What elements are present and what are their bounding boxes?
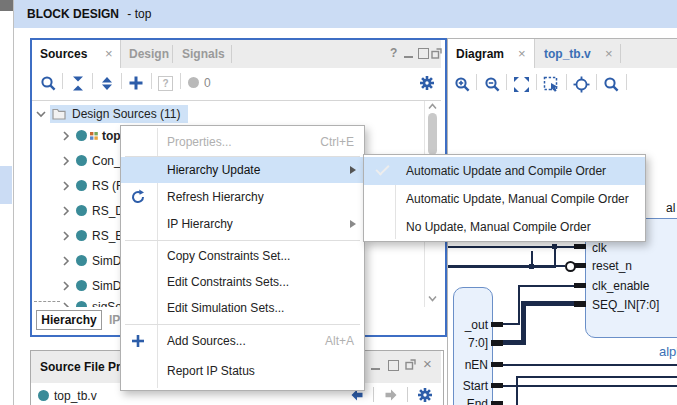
menu-item-label: Refresh Hierarchy — [167, 190, 264, 204]
menu-item-add-sources[interactable]: Add Sources... Alt+A — [121, 328, 364, 354]
tab-top-tb-close-icon[interactable]: × — [605, 47, 613, 60]
chevron-right-icon[interactable] — [62, 231, 70, 241]
left-strip-handle[interactable] — [0, 0, 13, 11]
menu-item-refresh-hierarchy[interactable]: Refresh Hierarchy — [121, 184, 364, 210]
tab-diagram[interactable]: Diagram × — [448, 39, 535, 68]
tree-row-design-sources[interactable]: Design Sources (11) — [32, 105, 441, 123]
menu-item-label: IP Hierarchy — [167, 217, 233, 231]
port-stub — [491, 340, 503, 346]
zoom-selection-icon[interactable] — [543, 76, 560, 93]
tab-signals[interactable]: Signals — [182, 47, 225, 61]
wire — [503, 385, 677, 387]
block-design-icon — [90, 132, 98, 140]
scroll-thumb[interactable] — [428, 113, 437, 155]
menu-item-ip-hierarchy[interactable]: IP Hierarchy — [121, 211, 364, 237]
tree-item-label: Con_ — [92, 154, 121, 168]
panel-float-icon[interactable] — [431, 48, 442, 59]
settings-gear-icon[interactable] — [417, 387, 433, 403]
scroll-down-icon[interactable] — [428, 295, 437, 302]
add-sources-icon[interactable] — [128, 75, 144, 91]
tab-diagram-close-icon[interactable]: × — [518, 47, 526, 60]
chevron-right-icon[interactable] — [62, 181, 70, 191]
module-icon — [76, 205, 87, 216]
port-stub — [574, 244, 586, 249]
menu-item-label: Properties... — [167, 135, 232, 149]
chevron-right-icon[interactable] — [62, 281, 70, 291]
tab-top-tb[interactable]: top_tb.v — [544, 47, 591, 61]
wire — [516, 376, 518, 405]
panel-close-icon[interactable]: × — [423, 358, 432, 370]
panel-maximize-icon[interactable] — [418, 48, 429, 59]
menu-item-label: No Update, Manual Compile Order — [406, 220, 591, 234]
autofit-crosshair-icon[interactable] — [573, 76, 590, 93]
panel-help-icon[interactable]: ? — [390, 47, 397, 59]
chevron-right-icon[interactable] — [62, 156, 70, 166]
tab-sources-close-icon[interactable]: × — [105, 47, 113, 60]
port-label-reset-n: reset_n — [592, 259, 632, 273]
wire — [503, 364, 677, 366]
file-icon — [38, 390, 49, 401]
left-strip-selection[interactable] — [0, 166, 12, 204]
zoom-out-icon[interactable] — [484, 76, 501, 93]
tree-item-label: SimD — [92, 254, 121, 268]
header-title-suffix: - top — [124, 7, 151, 21]
forward-arrow-icon[interactable] — [383, 387, 399, 403]
chevron-right-icon[interactable] — [62, 206, 70, 216]
tab-diagram-label: Diagram — [456, 47, 504, 61]
chevron-right-icon[interactable] — [62, 256, 70, 266]
menu-item-hierarchy-update[interactable]: Hierarchy Update — [121, 157, 364, 183]
panel-minimize-icon[interactable] — [404, 56, 413, 58]
tab-sources[interactable]: Sources × — [32, 40, 121, 68]
module-icon — [76, 230, 87, 241]
port-label-clk: clk — [592, 241, 607, 255]
refresh-icon — [130, 189, 146, 205]
menu-item-edit-simulation[interactable]: Edit Simulation Sets... — [121, 295, 364, 321]
diagram-toolbar — [448, 68, 677, 102]
menu-item-edit-constraints[interactable]: Edit Constraints Sets... — [121, 269, 364, 295]
search-icon[interactable] — [603, 76, 620, 93]
diagram-tabbar: Diagram × top_tb.v × — [448, 39, 677, 69]
chevron-right-icon[interactable] — [62, 131, 70, 141]
submenu-item-auto-update-manual[interactable]: Automatic Update, Manual Compile Order — [364, 185, 645, 213]
search-icon[interactable] — [40, 75, 57, 92]
port-stub — [574, 263, 586, 268]
bottom-tab-hierarchy[interactable]: Hierarchy — [36, 310, 102, 330]
port-label-start: Start — [448, 379, 488, 393]
submenu-arrow-icon — [350, 166, 356, 174]
sources-toolbar: ? 0 — [32, 68, 441, 101]
menu-item-copy-constraints[interactable]: Copy Constraints Set... — [121, 243, 364, 269]
diagram-canvas[interactable]: al alpl clk reset_n clk_enable SEQ_IN[7:… — [448, 101, 677, 405]
module-icon — [76, 255, 87, 266]
menu-item-label: Report IP Status — [167, 364, 255, 378]
module-icon — [76, 155, 87, 166]
folder-icon — [52, 108, 66, 120]
submenu-item-auto-update-compile[interactable]: Automatic Update and Compile Order — [364, 157, 645, 185]
port-stub — [574, 283, 586, 288]
bus-wire — [521, 301, 574, 306]
zoom-fit-icon[interactable] — [513, 76, 530, 93]
properties-title: Source File Pro — [40, 360, 128, 374]
expand-all-icon[interactable] — [99, 76, 115, 91]
panel-float-icon[interactable] — [405, 359, 416, 370]
bus-wire — [521, 301, 526, 345]
menu-shortcut: Alt+A — [325, 334, 354, 348]
message-badge-count: 0 — [204, 76, 211, 90]
chevron-down-icon[interactable] — [36, 110, 46, 118]
submenu-arrow-icon — [350, 220, 356, 228]
panel-minimize-icon[interactable] — [371, 368, 380, 370]
vivado-block-design-window: BLOCK DESIGN - top Sources × Design Sign… — [0, 0, 677, 405]
tab-design[interactable]: Design — [129, 47, 169, 61]
module-icon — [76, 180, 87, 191]
wire-junction — [529, 264, 534, 269]
bottom-tab-ip[interactable]: IP — [109, 313, 120, 327]
panel-maximize-icon[interactable] — [388, 360, 399, 371]
collapse-all-icon[interactable] — [70, 76, 86, 91]
submenu-item-no-update-manual[interactable]: No Update, Manual Compile Order — [364, 213, 645, 241]
menu-item-report-ip-status[interactable]: Report IP Status — [121, 358, 364, 384]
zoom-in-icon[interactable] — [454, 76, 471, 93]
settings-gear-icon[interactable] — [419, 75, 435, 91]
tree-item-label: SimD — [92, 279, 121, 293]
port-stub — [491, 383, 503, 388]
tab-sources-label: Sources — [40, 47, 87, 61]
scroll-up-icon[interactable] — [428, 103, 437, 110]
